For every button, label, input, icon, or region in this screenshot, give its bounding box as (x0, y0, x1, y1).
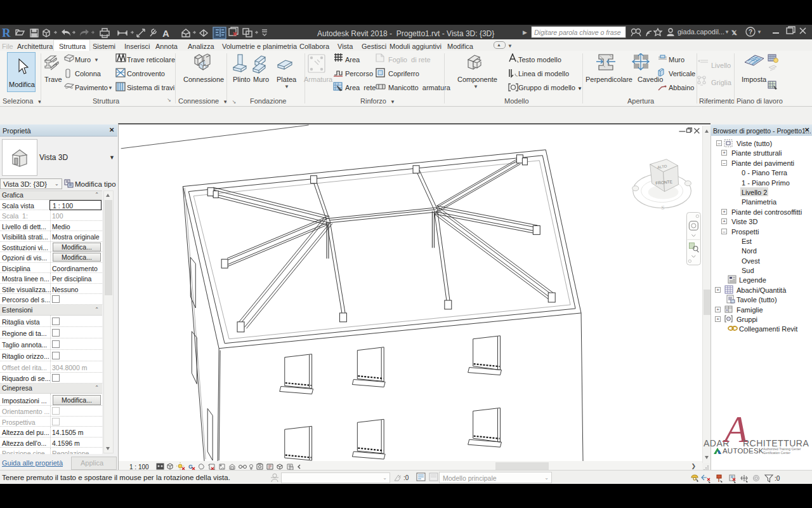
svg-text:A: A (162, 28, 169, 39)
svg-text:▼: ▼ (757, 29, 762, 35)
svg-text:▼: ▼ (724, 29, 730, 35)
svg-text:?: ? (749, 29, 752, 36)
svg-text:G: G (188, 464, 193, 470)
svg-text:𝕩: 𝕩 (731, 27, 737, 37)
svg-text::0: :0 (775, 475, 780, 482)
svg-text:giada.capodil...: giada.capodil... (678, 28, 724, 36)
svg-text:R: R (2, 26, 11, 39)
svg-text:S: S (662, 205, 665, 211)
